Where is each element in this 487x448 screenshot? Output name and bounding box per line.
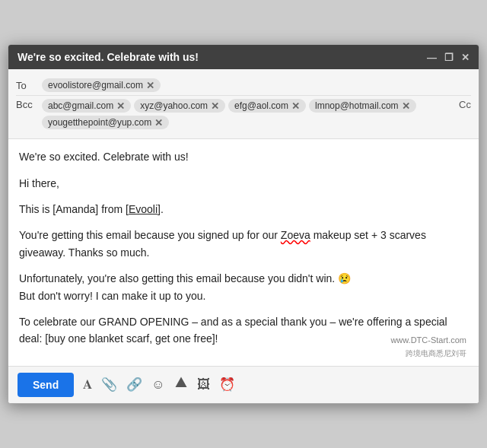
to-chip-1: evoolistore@gmail.com ✕ [42,78,161,92]
image-icon[interactable]: 🖼 [197,377,210,392]
window-controls: — ❐ ✕ [427,52,469,63]
cc-link[interactable]: Cc [459,99,471,110]
bcc-chips: abc@gmail.com ✕ xyz@yahoo.com ✕ efg@aol.… [42,99,456,129]
bcc-chip-4: lmnop@hotmail.com ✕ [309,99,416,113]
maximize-button[interactable]: ❐ [444,52,454,63]
send-button[interactable]: Send [18,373,74,397]
greeting: Hi there, [19,175,468,192]
watermark-url: www.DTC-Start.com [390,334,466,348]
bcc-chip-2: xyz@yahoo.com ✕ [134,99,225,113]
bcc-email-4: lmnop@hotmail.com [315,100,399,111]
bcc-chip-5: yougetthepoint@yup.com ✕ [42,116,169,129]
title-bar: We're so excited. Celebrate with us! — ❐… [8,45,479,69]
bcc-remove-4[interactable]: ✕ [402,101,410,111]
evooli-link[interactable]: Evooli [129,203,158,215]
watermark: www.DTC-Start.com 跨境电商悉尼刘哥 [390,334,466,360]
bcc-row: Bcc abc@gmail.com ✕ xyz@yahoo.com ✕ efg@… [16,96,471,132]
bcc-email-5: yougetthepoint@yup.com [48,117,151,128]
window-title: We're so excited. Celebrate with us! [18,51,199,63]
schedule-icon[interactable]: ⏰ [219,377,235,392]
bcc-email-3: efg@aol.com [234,100,288,111]
sad-emoji: 😢 [338,272,351,284]
intro-paragraph: This is [Amanda] from [Evooli]. [19,201,468,218]
drive-icon[interactable] [174,376,188,393]
bcc-remove-5[interactable]: ✕ [154,118,163,128]
email-body[interactable]: We're so excited. Celebrate with us! Hi … [8,139,479,366]
bcc-remove-1[interactable]: ✕ [116,101,125,111]
attachment-icon[interactable]: 📎 [101,377,117,392]
svg-marker-0 [175,377,186,388]
emoji-icon[interactable]: ☺ [151,377,164,392]
zoeva-link[interactable]: Zoeva [281,229,310,241]
to-remove-1[interactable]: ✕ [146,81,154,91]
watermark-cn: 跨境电商悉尼刘哥 [390,348,466,360]
email-compose-window: We're so excited. Celebrate with us! — ❐… [8,44,479,404]
bcc-label: Bcc [16,99,39,110]
paragraph2: Unfortunately, you're also getting this … [19,270,468,304]
bcc-chip-3: efg@aol.com ✕ [228,99,306,113]
bcc-email-2: xyz@yahoo.com [140,100,208,111]
bcc-remove-2[interactable]: ✕ [211,101,219,111]
email-header: To evoolistore@gmail.com ✕ Bcc abc@gmail… [8,69,479,139]
bcc-chip-1: abc@gmail.com ✕ [42,99,131,113]
to-row: To evoolistore@gmail.com ✕ [16,75,471,96]
link-icon[interactable]: 🔗 [126,377,142,392]
close-button[interactable]: ✕ [461,52,469,63]
paragraph1: You're getting this email because you si… [19,227,468,261]
minimize-button[interactable]: — [427,52,437,63]
bcc-input[interactable] [172,116,187,129]
to-label: To [16,80,39,91]
bcc-remove-3[interactable]: ✕ [291,101,300,111]
to-email-1: evoolistore@gmail.com [48,80,143,91]
bcc-email-1: abc@gmail.com [48,100,113,111]
subject-line: We're so excited. Celebrate with us! [19,148,468,165]
font-icon[interactable]: 𝐀 [83,377,92,392]
compose-toolbar: Send 𝐀 📎 🔗 ☺ 🖼 ⏰ [8,366,479,403]
